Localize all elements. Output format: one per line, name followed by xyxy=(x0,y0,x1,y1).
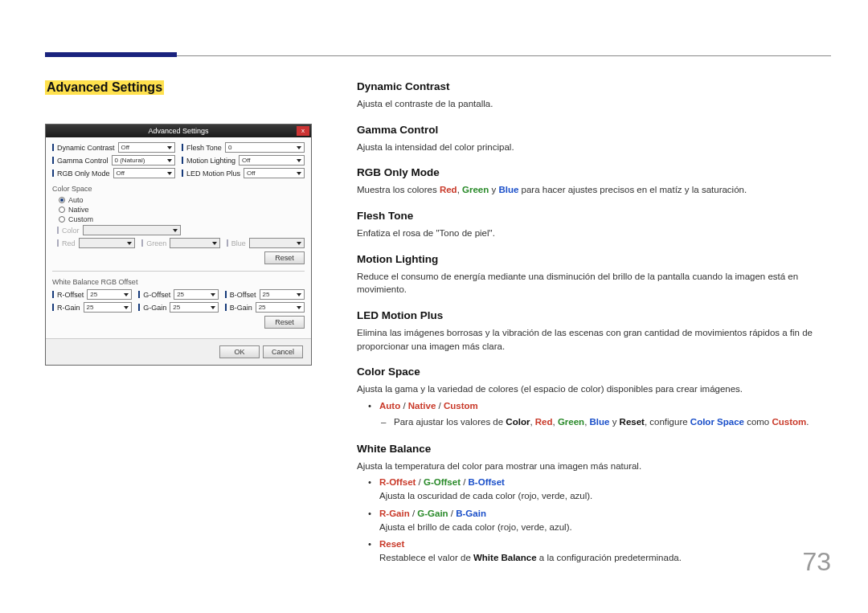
settings-dialog-screenshot: Advanced Settings x Dynamic ContrastOff … xyxy=(45,124,312,366)
dialog-title: Advanced Settings xyxy=(148,127,208,135)
chevron-down-icon xyxy=(297,172,301,175)
desc-white-balance: Ajusta la temperatura del color para mos… xyxy=(357,460,831,473)
chevron-down-icon xyxy=(173,229,178,232)
heading-led-motion-plus: LED Motion Plus xyxy=(357,309,831,321)
page-number: 73 xyxy=(802,547,831,577)
heading-rgb-only: RGB Only Mode xyxy=(357,166,831,178)
left-column: Advanced Settings Advanced Settings x Dy… xyxy=(45,80,312,578)
label-r-offset: R-Offset xyxy=(57,291,84,299)
chevron-down-icon xyxy=(211,293,215,296)
label-g-gain: G-Gain xyxy=(143,304,166,312)
chevron-down-icon xyxy=(124,306,129,309)
select-led-motion-plus[interactable]: Off xyxy=(244,168,305,178)
select-g-gain[interactable]: 25 xyxy=(170,302,218,313)
label-rgb-only: RGB Only Mode xyxy=(57,170,110,178)
chevron-down-icon xyxy=(297,159,301,162)
heading-dynamic-contrast: Dynamic Contrast xyxy=(357,80,831,92)
desc-flesh-tone: Enfatiza el rosa de "Tono de piel". xyxy=(357,227,831,240)
chevron-down-icon xyxy=(297,293,301,296)
label-led-motion-plus: LED Motion Plus xyxy=(186,170,240,178)
dialog-titlebar: Advanced Settings x xyxy=(46,125,311,137)
label-g-offset: G-Offset xyxy=(143,291,170,299)
desc-gamma-control: Ajusta la intensidad del color principal… xyxy=(357,141,831,154)
select-r-offset[interactable]: 25 xyxy=(87,289,132,300)
heading-gamma-control: Gamma Control xyxy=(357,124,831,136)
select-r-gain[interactable]: 25 xyxy=(84,302,133,313)
desc-led-motion-plus: Elimina las imágenes borrosas y la vibra… xyxy=(357,326,831,353)
select-gamma-control[interactable]: 0 (Natural) xyxy=(112,155,175,166)
label-green: Green xyxy=(146,239,166,247)
bullet-offsets: R-Offset / G-Offset / B-Offset Ajusta la… xyxy=(379,476,831,504)
select-motion-lighting[interactable]: Off xyxy=(239,155,305,166)
radio-native[interactable]: Native xyxy=(59,206,305,214)
label-dynamic-contrast: Dynamic Contrast xyxy=(57,144,115,152)
select-green xyxy=(170,238,219,248)
label-b-gain: B-Gain xyxy=(230,304,252,312)
label-r-gain: R-Gain xyxy=(57,304,80,312)
radio-custom[interactable]: Custom xyxy=(59,215,305,223)
heading-motion-lighting: Motion Lighting xyxy=(357,253,831,265)
heading-flesh-tone: Flesh Tone xyxy=(357,210,831,222)
select-g-offset[interactable]: 25 xyxy=(174,289,218,300)
chevron-down-icon xyxy=(127,242,132,245)
select-red xyxy=(79,238,136,248)
chevron-down-icon xyxy=(124,293,129,296)
group-title-color-space: Color Space xyxy=(52,185,305,193)
heading-white-balance: White Balance xyxy=(357,443,831,455)
chevron-down-icon xyxy=(167,172,172,175)
label-b-offset: B-Offset xyxy=(230,291,256,299)
select-blue xyxy=(249,238,305,248)
chevron-down-icon xyxy=(297,146,301,149)
select-color xyxy=(83,225,181,235)
radio-icon xyxy=(59,206,65,213)
label-blue: Blue xyxy=(231,239,246,247)
close-icon[interactable]: x xyxy=(297,126,309,136)
heading-color-space: Color Space xyxy=(357,366,831,378)
select-dynamic-contrast[interactable]: Off xyxy=(118,142,175,153)
chevron-down-icon xyxy=(167,146,172,149)
chevron-down-icon xyxy=(211,306,215,309)
label-flesh-tone: Flesh Tone xyxy=(186,144,222,152)
ok-button[interactable]: OK xyxy=(219,345,260,358)
chevron-down-icon xyxy=(167,159,172,162)
reset-color-button[interactable]: Reset xyxy=(264,251,305,264)
select-b-offset[interactable]: 25 xyxy=(260,289,305,300)
select-rgb-only[interactable]: Off xyxy=(113,168,175,178)
label-red: Red xyxy=(62,239,76,247)
reset-wb-button[interactable]: Reset xyxy=(264,316,305,329)
select-flesh-tone[interactable]: 0 xyxy=(225,142,305,153)
radio-icon xyxy=(59,216,65,223)
desc-dynamic-contrast: Ajusta el contraste de la pantalla. xyxy=(357,97,831,111)
chevron-down-icon xyxy=(297,306,301,309)
desc-color-space: Ajusta la gama y la variedad de colores … xyxy=(357,382,831,396)
desc-motion-lighting: Reduce el consumo de energía mediante un… xyxy=(357,270,831,296)
group-title-white-balance: White Balance RGB Offset xyxy=(52,278,305,286)
label-color: Color xyxy=(62,227,80,235)
sub-custom-note: Para ajustar los valores de Color, Red, … xyxy=(394,415,831,429)
bullet-gains: R-Gain / G-Gain / B-Gain Ajusta el brill… xyxy=(379,507,831,535)
chevron-down-icon xyxy=(212,242,217,245)
bullet-color-space-options: Auto / Native / Custom Para ajustar los … xyxy=(379,399,831,430)
bullet-reset: Reset Restablece el valor de White Balan… xyxy=(379,537,831,566)
select-b-gain[interactable]: 25 xyxy=(256,302,305,313)
section-title: Advanced Settings xyxy=(45,80,164,95)
radio-auto[interactable]: Auto xyxy=(59,196,305,204)
label-motion-lighting: Motion Lighting xyxy=(186,157,235,165)
cancel-button[interactable]: Cancel xyxy=(263,345,303,358)
chevron-down-icon xyxy=(297,242,301,245)
desc-rgb-only: Muestra los colores Red, Green y Blue pa… xyxy=(357,183,831,197)
label-gamma-control: Gamma Control xyxy=(57,157,108,165)
radio-icon xyxy=(59,197,65,203)
right-column: Dynamic Contrast Ajusta el contraste de … xyxy=(357,80,831,578)
header-accent-bar xyxy=(45,52,177,57)
